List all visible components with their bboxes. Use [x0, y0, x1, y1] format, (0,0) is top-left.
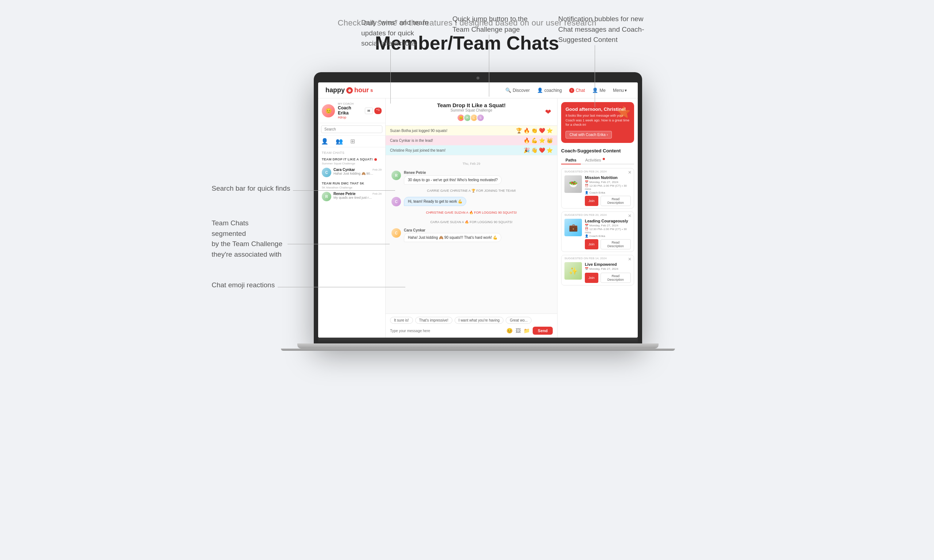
card2-suggested-label: SUGGESTED ON FEB 20, 2024 [561, 212, 634, 217]
annotation-search: Search bar for quick finds [212, 183, 395, 194]
card1-join-btn[interactable]: Join [585, 196, 598, 206]
notif2-icon-4[interactable]: 👑 [547, 137, 553, 143]
annotation-team-chats: Team Chats segmentedby the Team Challeng… [212, 218, 390, 260]
msg-bubble-christine: Hi, team! Ready to get to work 💪 [404, 197, 466, 206]
notif-icon-trophy[interactable]: 🏆 [516, 128, 522, 134]
date-divider: Thu, Feb 29 [391, 162, 551, 166]
quick-reply-1[interactable]: It sure is! [390, 317, 413, 324]
card2-time: ⏰ 12:30 PM–1:00 PM (CT) • 30 mins [585, 228, 631, 234]
coach-name: Coach Erika [338, 105, 362, 115]
annotation-quick-jump-text: Quick jump button to theTeam Challenge p… [452, 14, 527, 35]
msg-sender-renee: Renee Petrie [404, 171, 551, 175]
cara-avatar: C [322, 168, 331, 177]
quick-reply-4[interactable]: Great wo... [506, 317, 532, 324]
notif3-icon-4[interactable]: ⭐ [547, 147, 553, 153]
content-card-1: SUGGESTED ON FEB 24, 2024 ✕ 🥗 Mission Nu… [561, 168, 634, 209]
laptop-screen: happy⏰hours 🔍 Discover 👤 coaching 1 Chat [318, 82, 638, 338]
coach-message-btn[interactable]: ✉ [365, 108, 373, 114]
notif2-icon-1[interactable]: 🔥 [524, 137, 530, 143]
quick-reply-3[interactable]: I want what you're having [455, 317, 504, 324]
tab-activities[interactable]: Activities [581, 156, 609, 164]
card2-read-btn[interactable]: Read Description [601, 239, 631, 249]
notif-bar-2: Cara Cynkar is in the lead! 🔥 💪 ⭐ 👑 [385, 135, 557, 145]
card2-join-btn[interactable]: Join [585, 239, 598, 249]
suggested-title: Coach-Suggested Content [561, 146, 634, 154]
card3-close-btn[interactable]: ✕ [628, 257, 632, 262]
card3-title: Live Empowered [585, 262, 631, 266]
laptop-foot [281, 349, 675, 351]
attachment-icon[interactable]: 📁 [524, 328, 530, 334]
laptop-base [297, 343, 658, 349]
cara-name: Cara Cynkar [333, 168, 355, 172]
notif-icons-2: 🔥 💪 ⭐ 👑 [524, 137, 553, 143]
logo-clock: ⏰ [346, 87, 353, 94]
annotation-quick-jump: Quick jump button to theTeam Challenge p… [452, 14, 527, 97]
msg-bubble-renee: 30 days to go - we've got this! Who's fe… [404, 175, 502, 185]
notif3-icon-1[interactable]: 🎉 [524, 147, 530, 153]
notif-icon-star[interactable]: ⭐ [547, 128, 553, 134]
notif-icon-clap[interactable]: 👏 [531, 128, 538, 134]
jump-to-challenge-btn[interactable]: ❤ [545, 108, 551, 116]
msg-content-cara: Cara Cynkar Haha! Just kidding 🙈 90 squa… [404, 228, 551, 242]
promo-btn-label: Chat with Coach Erika › [570, 133, 608, 137]
chat-item-cara[interactable]: C Cara Cynkar Feb 29 Haha! Just kidding … [318, 166, 385, 178]
chat-main: Team Drop It Like a Squat! Summer Squat … [385, 98, 558, 338]
team-icon[interactable]: 👥 [336, 138, 343, 145]
msg-avatar-renee: R [391, 171, 401, 180]
card3-date: 📅 Monday, Feb 27, 2024 [585, 267, 631, 271]
annotation-notifications-text: Notification bubbles for newChat message… [558, 14, 644, 45]
image-icon[interactable]: 🖼 [516, 328, 521, 334]
coach-avatar: 😊 [322, 104, 335, 117]
notif-text-1: Suzan Botha just logged 90 squats! [390, 129, 447, 133]
card3-join-btn[interactable]: Join [585, 273, 598, 283]
message-input[interactable] [390, 329, 504, 333]
notif-bar-3: Christine Roy just joined the team! 🎉 👋 … [385, 145, 557, 155]
card2-info: Leading Courageously 📅 Monday, Feb 27, 2… [585, 219, 631, 249]
cara-content: Cara Cynkar Feb 29 Haha! Just kidding 🙈 … [333, 168, 382, 175]
coach-badge: +1 [375, 108, 382, 114]
coach-suggested: Coach-Suggested Content Paths Activities [558, 146, 638, 292]
card3-img: ✨ [564, 262, 582, 280]
message-renee: R Renee Petrie 30 days to go - we've got… [391, 171, 551, 185]
laptop-bottom [318, 338, 638, 343]
notif-text-2: Cara Cynkar is in the lead! [390, 138, 433, 143]
tab-paths[interactable]: Paths [561, 156, 581, 164]
card2-close-btn[interactable]: ✕ [628, 213, 632, 218]
card3-read-btn[interactable]: Read Description [601, 273, 631, 283]
emoji-icon[interactable]: 😊 [506, 328, 513, 334]
renee-preview: My quads are tired just reading this! 😅 [333, 196, 374, 199]
coach-actions: ✉ +1 [365, 108, 382, 114]
annotation-emoji-text: Chat emoji reactions [212, 280, 275, 291]
annotation-search-text: Search bar for quick finds [212, 183, 290, 194]
notif-icon-heart[interactable]: ❤️ [539, 128, 545, 134]
search-input[interactable] [321, 125, 382, 133]
notif-icon-fire[interactable]: 🔥 [524, 128, 530, 134]
input-icons: 😊 🖼 📁 [506, 328, 530, 334]
notif2-icon-3[interactable]: ⭐ [539, 137, 545, 143]
annotation-daily-wins: Daily "wins" and teamupdates for quickso… [361, 17, 428, 103]
card1-time: ⏰ 12:30 PM–1:00 PM (CT) • 30 mins [585, 184, 631, 191]
coach-promo: Good afternoon, Christine! It looks like… [561, 102, 634, 143]
card1-close-btn[interactable]: ✕ [628, 170, 632, 175]
grid-icon[interactable]: ⊞ [350, 138, 355, 145]
promo-chat-btn[interactable]: Chat with Coach Erika › [566, 131, 612, 138]
card1-body: 🥗 Mission Nutrition 📅 Monday, Feb 27, 20… [561, 173, 634, 208]
system-msg-3: CARA GAVE SUZAN A 🔥 FOR LOGGING 90 SQUAT… [391, 219, 551, 225]
send-button[interactable]: Send [533, 327, 553, 335]
card1-read-btn[interactable]: Read Description [601, 196, 631, 206]
msg-content-renee: Renee Petrie 30 days to go - we've got t… [404, 171, 551, 185]
annotation-quick-jump-line [489, 35, 489, 97]
tab-activities-label: Activities [585, 158, 601, 162]
msg-avatar-cara: C [391, 228, 401, 238]
system-msg-2: CHRISTINE GAVE SUZAN A 🔥 FOR LOGGING 90 … [391, 209, 551, 216]
people-icon[interactable]: 👤 [321, 138, 328, 145]
notif2-icon-2[interactable]: 💪 [531, 137, 538, 143]
notif3-icon-2[interactable]: 👋 [531, 147, 538, 153]
sidebar-search-container [318, 123, 385, 135]
quick-reply-2[interactable]: That's impressive! [415, 317, 452, 324]
card1-title: Mission Nutrition [585, 175, 631, 180]
annotation-notifications: Notification bubbles for newChat message… [558, 14, 644, 107]
notif3-icon-3[interactable]: ❤️ [539, 147, 545, 153]
group1-name: TEAM DROP IT LIKE A SQUAT! [322, 157, 373, 161]
annotation-notifications-line [595, 45, 595, 107]
